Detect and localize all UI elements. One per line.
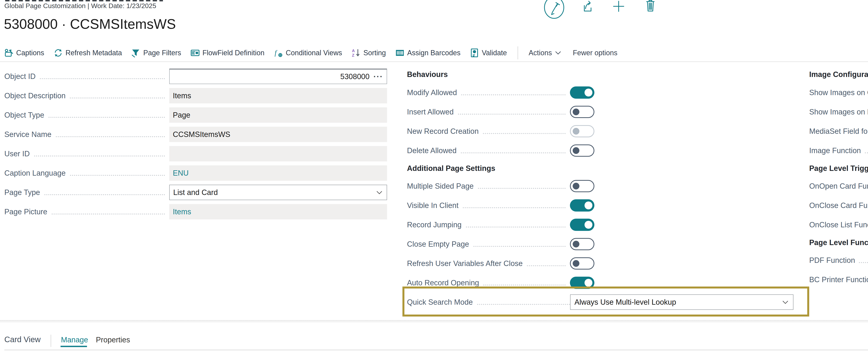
actions-menu[interactable]: Actions xyxy=(529,49,561,57)
field-label: User ID xyxy=(4,150,30,158)
edit-pencil-icon[interactable] xyxy=(544,0,565,19)
actions-label: Actions xyxy=(529,49,552,57)
toggle-label: Multiple Sided Page xyxy=(407,182,474,190)
page-level-functions-heading: Page Level Functions xyxy=(809,234,868,250)
multiple-sided-page-toggle[interactable] xyxy=(570,180,594,192)
dotted-leader xyxy=(461,92,565,95)
quick-search-mode-dropdown[interactable]: Always Use Multi-level Lookup xyxy=(570,294,794,310)
toggle-knob xyxy=(573,147,579,154)
field-row-onopen-card: OnOpen Card Function xyxy=(809,176,868,196)
page-picture-field: Items xyxy=(169,204,387,219)
dotted-leader xyxy=(56,134,165,137)
page-picture-link[interactable]: Items xyxy=(173,208,191,216)
toggle-knob xyxy=(573,128,579,135)
dotted-leader xyxy=(70,173,165,176)
captions-tag-icon xyxy=(4,48,13,57)
field-label: OnOpen Card Function xyxy=(809,182,868,190)
flowfield-definition-label: FlowField Definition xyxy=(203,49,265,57)
dotted-leader xyxy=(483,131,565,134)
field-label: OnClose Card Function xyxy=(809,201,868,210)
card-bottom-shadow xyxy=(0,320,868,323)
object-description-field: Items xyxy=(169,88,387,103)
toggle-row-delete-allowed: Delete Allowed xyxy=(407,141,594,160)
dotted-leader xyxy=(478,186,565,189)
quick-search-mode-row: Quick Search Mode Always Use Multi-level… xyxy=(407,292,594,312)
flowfield-definition-button[interactable]: FlowField Definition xyxy=(191,48,265,57)
field-row-show-images-list: Show Images on List xyxy=(809,102,868,122)
additional-settings-heading: Additional Page Settings xyxy=(407,160,594,176)
delete-allowed-toggle[interactable] xyxy=(570,144,594,157)
field-label: Page Picture xyxy=(4,208,48,216)
captions-button[interactable]: Captions xyxy=(4,48,44,57)
record-jumping-toggle[interactable] xyxy=(570,219,594,231)
object-id-value: 5308000 xyxy=(340,72,370,81)
page-filters-button[interactable]: Page Filters xyxy=(131,48,181,57)
field-row-object-id: Object ID 5308000 ··· xyxy=(4,67,387,86)
user-id-field xyxy=(169,146,387,161)
svg-text:Z: Z xyxy=(352,53,354,57)
toggle-knob xyxy=(585,279,592,287)
new-plus-icon[interactable] xyxy=(613,1,624,12)
share-icon[interactable] xyxy=(582,0,593,12)
insert-allowed-toggle[interactable] xyxy=(570,106,594,118)
conditional-views-label: Conditional Views xyxy=(286,49,342,57)
dotted-leader xyxy=(461,150,565,153)
toggle-row-record-jumping: Record Jumping xyxy=(407,215,594,234)
chevron-down-icon xyxy=(376,190,382,195)
dotted-leader xyxy=(458,112,565,115)
field-row-mediaset-field: MediaSet Field for Images xyxy=(809,122,868,141)
toggle-row-auto-record-opening: Auto Record Opening xyxy=(407,273,594,292)
conditional-views-button[interactable]: f Conditional Views xyxy=(274,48,342,57)
auto-record-opening-toggle[interactable] xyxy=(570,277,594,289)
flowfield-card-icon xyxy=(191,48,199,57)
cropped-topbar-remnant xyxy=(5,0,163,1)
toggle-row-refresh-user-variables: Refresh User Variables After Close xyxy=(407,254,594,273)
page-customization-window: Global Page Customization | Work Date: 1… xyxy=(0,0,868,355)
image-configuration-heading: Image Configuration xyxy=(809,66,868,83)
tab-properties[interactable]: Properties xyxy=(96,336,130,344)
field-row-object-type: Object Type Page xyxy=(4,106,387,125)
field-label: Object Type xyxy=(4,111,44,119)
refresh-user-variables-toggle[interactable] xyxy=(570,257,594,270)
refresh-metadata-button[interactable]: Refresh Metadata xyxy=(54,48,122,57)
delete-trash-icon[interactable] xyxy=(646,0,655,12)
chevron-down-icon xyxy=(782,300,788,304)
quick-search-mode-value: Always Use Multi-level Lookup xyxy=(575,298,676,306)
page-title: 5308000 · CCSMSItemsWS xyxy=(4,16,176,32)
refresh-metadata-label: Refresh Metadata xyxy=(65,49,122,57)
validate-button[interactable]: Validate xyxy=(470,48,507,57)
caption-language-link[interactable]: ENU xyxy=(173,169,189,177)
object-description-value: Items xyxy=(173,92,191,100)
tab-manage-active-underline xyxy=(61,346,87,347)
assist-edit-button[interactable]: ··· xyxy=(373,72,383,81)
toggle-label: Modify Allowed xyxy=(407,88,457,97)
fewer-options-button[interactable]: Fewer options xyxy=(573,49,617,57)
field-row-caption-language: Caption Language ENU xyxy=(4,164,387,183)
page-type-dropdown[interactable]: List and Card xyxy=(169,185,387,200)
field-row-onclose-list: OnClose List Function xyxy=(809,215,868,234)
field-row-page-type: Page Type List and Card xyxy=(4,183,387,202)
close-empty-page-toggle[interactable] xyxy=(570,238,594,250)
field-label: BC Printer Function xyxy=(809,275,868,284)
modify-allowed-toggle[interactable] xyxy=(570,86,594,99)
right-panel-column: Image Configuration Show Images on Card … xyxy=(809,66,868,289)
assign-barcodes-button[interactable]: Assign Barcodes xyxy=(395,48,460,57)
visible-in-client-toggle[interactable] xyxy=(570,199,594,211)
toggle-knob xyxy=(573,109,579,115)
field-row-page-picture: Page Picture Items xyxy=(4,202,387,221)
toggle-label: Record Jumping xyxy=(407,220,462,229)
object-id-input[interactable]: 5308000 ··· xyxy=(169,69,387,84)
tab-manage[interactable]: Manage xyxy=(61,336,88,344)
chevron-down-icon xyxy=(555,51,561,55)
toggle-knob xyxy=(585,89,592,96)
field-row-service-name: Service Name CCSMSItemsWS xyxy=(4,125,387,144)
service-name-value: CCSMSItemsWS xyxy=(173,130,230,139)
toggle-row-insert-allowed: Insert Allowed xyxy=(407,102,594,122)
field-row-pdf-function: PDF Function xyxy=(809,250,868,270)
sorting-button[interactable]: A Z Sorting xyxy=(351,48,386,57)
dotted-leader xyxy=(463,205,565,208)
toggle-row-new-record-creation: New Record Creation xyxy=(407,122,594,141)
function-f-icon: f xyxy=(274,48,283,57)
sort-az-icon: A Z xyxy=(351,48,361,57)
field-label: Page Type xyxy=(4,188,40,197)
